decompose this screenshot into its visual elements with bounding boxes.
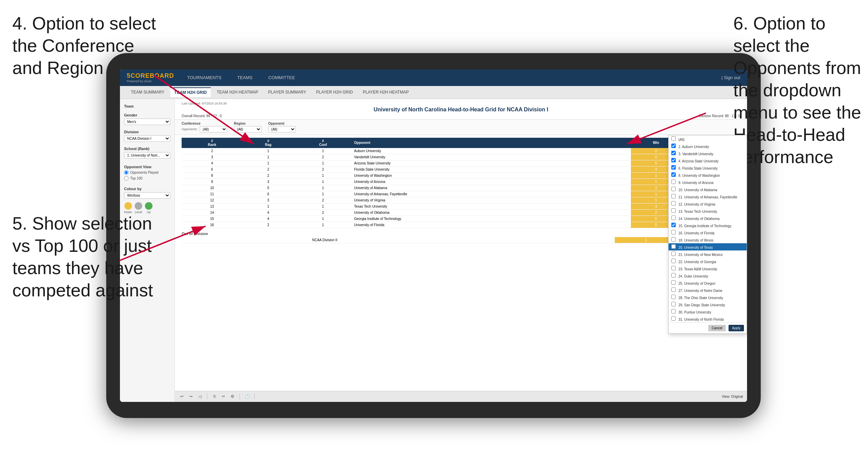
- sidebar-legend-down-dot: [124, 202, 132, 210]
- subnav-team-h2h-heatmap[interactable]: TEAM H2H HEATMAP: [212, 88, 262, 97]
- filter-conference-label: Conference: [182, 122, 227, 125]
- subnav-player-summary[interactable]: PLAYER SUMMARY: [264, 88, 310, 97]
- subnav-player-h2h-heatmap[interactable]: PLAYER H2H HEATMAP: [359, 88, 413, 97]
- th-conf: #Conf: [294, 138, 352, 148]
- report-title: University of North Carolina Head-to-Hea…: [182, 107, 740, 113]
- dropdown-item[interactable]: 8. University of Washington: [669, 171, 747, 179]
- dropdown-item[interactable]: 6. Florida State University: [669, 164, 747, 171]
- toolbar-copy-icon[interactable]: ⎘: [211, 393, 218, 400]
- sidebar-radio-top100[interactable]: Top 100: [124, 176, 170, 181]
- out-of-division: Out of division NCAA Division II 1 0: [182, 232, 740, 243]
- toolbar-clock-icon[interactable]: 🕐: [244, 393, 250, 400]
- dropdown-item[interactable]: 11. University of Arkansas, Fayetteville: [669, 193, 747, 200]
- dropdown-item[interactable]: 30. Purdue University: [669, 308, 747, 315]
- filter-region-select[interactable]: (All): [234, 126, 261, 133]
- out-of-division-name: NCAA Division II: [310, 237, 615, 243]
- report-records: Overall Record: 89 · 17 · 0 Division Rec…: [182, 114, 740, 118]
- dropdown-item[interactable]: 10. University of Alabama: [669, 186, 747, 193]
- dropdown-item[interactable]: 25. University of Oregon: [669, 279, 747, 286]
- th-rank: #Rank: [182, 138, 242, 148]
- dropdown-item[interactable]: 21. University of New Mexico: [669, 250, 747, 258]
- table-row: 15 4 1 Georgia Institute of Technology 5…: [182, 216, 740, 222]
- table-row: 9 3 1 University of Arizona 1 0: [182, 179, 740, 185]
- table-area: #Rank #Rag #Conf Opponent Win Loss 2 1 1…: [175, 135, 747, 391]
- sidebar-division-select[interactable]: NCAA Division I: [124, 135, 170, 142]
- annotation-bottom-left: 5. Show selectionvs Top 100 or justteams…: [12, 212, 153, 302]
- table-row: 6 2 2 Florida State University 4 2: [182, 166, 740, 172]
- dropdown-item[interactable]: 29. San Diego State University: [669, 301, 747, 308]
- sidebar-gender-select[interactable]: Men's: [124, 119, 170, 125]
- filter-row: Conference Opponents: (All) Region (All): [175, 120, 747, 135]
- toolbar-back-icon[interactable]: ◁: [197, 393, 203, 400]
- toolbar-cut-icon[interactable]: ✂: [220, 393, 227, 400]
- table-row: 4 1 1 Arizona State University 5 1: [182, 160, 740, 166]
- toolbar-divider-3: [254, 393, 255, 400]
- sidebar-legend-level-dot: [135, 202, 142, 210]
- out-of-division-row: NCAA Division II 1 0: [182, 237, 740, 243]
- dropdown-item[interactable]: 15. Georgia Institute of Technology: [669, 222, 747, 229]
- sidebar-colour-by-select[interactable]: Win/loss: [124, 192, 170, 199]
- sidebar-radio-opponents-played[interactable]: Opponents Played: [124, 170, 170, 175]
- filter-opponents-label: Opponents:: [182, 127, 198, 131]
- dropdown-item[interactable]: 18. University of Illinois: [669, 236, 747, 243]
- nav-bar: 5COREBOARD Powered by cloud TOURNAMENTS …: [120, 70, 747, 86]
- dropdown-apply-button[interactable]: Apply: [729, 325, 744, 331]
- toolbar-bottom: ↩ ↪ ◁ ⎘ ✂ ⚙ 🕐 View: Original: [175, 391, 747, 402]
- h2h-table: #Rank #Rag #Conf Opponent Win Loss 2 1 1…: [182, 138, 740, 228]
- dropdown-item[interactable]: 23. Texas A&M University: [669, 265, 747, 272]
- sidebar-legend-up: Up: [145, 202, 152, 214]
- sidebar-opponent-view-label: Opponent View: [124, 165, 170, 169]
- nav-teams[interactable]: TEAMS: [234, 75, 255, 80]
- toolbar-redo-icon[interactable]: ↪: [188, 393, 194, 400]
- subnav-player-h2h-grid[interactable]: PLAYER H2H GRID: [312, 88, 357, 97]
- dropdown-item[interactable]: 16. University of Florida: [669, 229, 747, 236]
- dropdown-item[interactable]: 9. University of Arizona: [669, 179, 747, 186]
- nav-tournaments[interactable]: TOURNAMENTS: [184, 75, 224, 80]
- subnav-team-summary[interactable]: TEAM SUMMARY: [127, 88, 169, 97]
- sidebar-gender-label: Gender: [124, 113, 170, 117]
- right-panel: Last Updated: 4/7/2024 16:55:38 Universi…: [175, 99, 747, 402]
- table-row: 2 1 1 Auburn University 2 1: [182, 148, 740, 154]
- dropdown-item[interactable]: 3. Vanderbilt University: [669, 150, 747, 157]
- sub-nav: TEAM SUMMARY TEAM H2H GRID TEAM H2H HEAT…: [120, 86, 747, 99]
- nav-committee[interactable]: COMMITTEE: [266, 75, 298, 80]
- dropdown-item[interactable]: 2. Auburn University: [669, 143, 747, 150]
- sidebar-color-legend: Down Level Up: [124, 202, 170, 214]
- dropdown-item[interactable]: 22. University of Georgia: [669, 258, 747, 265]
- dropdown-item[interactable]: 12. University of Virginia: [669, 200, 747, 207]
- subnav-team-h2h-grid[interactable]: TEAM H2H GRID: [170, 87, 211, 97]
- dropdown-item[interactable]: (All): [669, 135, 747, 143]
- dropdown-item[interactable]: 31. University of North Florida: [669, 315, 747, 322]
- toolbar-divider-1: [207, 393, 207, 400]
- table-row: 14 4 2 University of Oklahoma 2 2: [182, 209, 740, 216]
- table-row: 8 2 1 University of Washington 1 0: [182, 172, 740, 179]
- toolbar-settings-icon[interactable]: ⚙: [229, 393, 235, 400]
- table-row: 12 3 2 University of Virginia 1 0: [182, 197, 740, 203]
- dropdown-item[interactable]: 4. Arizona State University: [669, 157, 747, 164]
- dropdown-cancel-button[interactable]: Cancel: [708, 325, 726, 331]
- toolbar-view-label: View: Original: [722, 395, 743, 398]
- table-header-row: #Rank #Rag #Conf Opponent Win Loss: [182, 138, 740, 148]
- filter-conference-select[interactable]: (All): [200, 126, 227, 133]
- sidebar-opponent-view-group: Opponents Played Top 100: [124, 170, 170, 181]
- sidebar-division-label: Division: [124, 130, 170, 134]
- dropdown-item[interactable]: 20. University of Texas: [669, 243, 747, 250]
- toolbar-divider-2: [240, 393, 240, 400]
- out-of-division-label: Out of division: [182, 232, 740, 236]
- filter-region-label: Region: [234, 122, 261, 125]
- dropdown-item[interactable]: 14. University of Oklahoma: [669, 214, 747, 222]
- sidebar-school-select[interactable]: 1. University of Nort...: [124, 152, 170, 159]
- overall-record: Overall Record: 89 · 17 · 0: [182, 114, 222, 118]
- dropdown-list: (All) 2. Auburn University 3. Vanderbilt…: [669, 135, 747, 322]
- filter-opponent-group: Opponent (All): [268, 122, 296, 133]
- dropdown-item[interactable]: 28. The Ohio State University: [669, 294, 747, 301]
- dropdown-item[interactable]: 24. Duke University: [669, 272, 747, 279]
- toolbar-undo-icon[interactable]: ↩: [179, 393, 185, 400]
- filter-opponent-select[interactable]: (All): [268, 126, 296, 133]
- report-title-area: Last Updated: 4/7/2024 16:55:38 Universi…: [175, 99, 747, 120]
- main-content: Team Gender Men's Division NCAA Division…: [120, 99, 747, 402]
- tablet-screen: 5COREBOARD Powered by cloud TOURNAMENTS …: [120, 70, 747, 402]
- dropdown-item[interactable]: 27. University of Notre Dame: [669, 286, 747, 294]
- dropdown-item[interactable]: 13. Texas Tech University: [669, 207, 747, 214]
- annotation-top-left: 4. Option to selectthe Conferenceand Reg…: [12, 12, 156, 79]
